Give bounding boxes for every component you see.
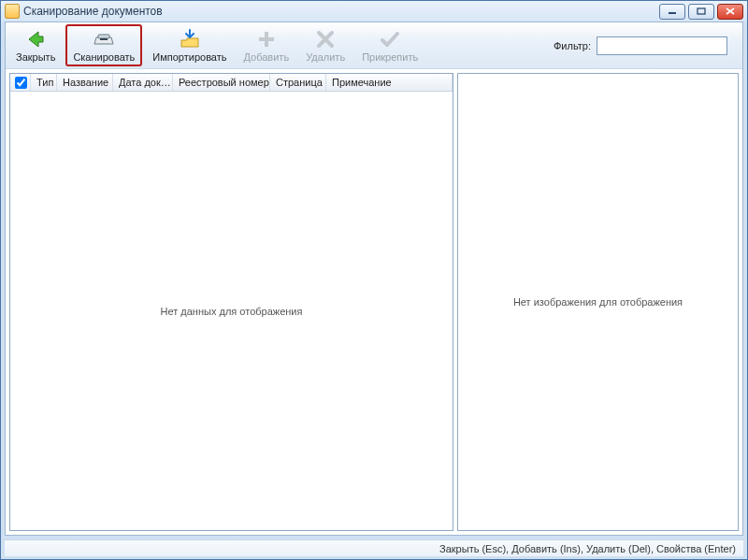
window-title: Сканирование документов (23, 5, 163, 18)
minimize-icon (668, 7, 677, 15)
header-checkbox[interactable] (15, 77, 27, 89)
column-headers: Тип Название Дата док… Реестровый номер … (10, 74, 453, 92)
check-icon (379, 28, 401, 50)
grid-empty-text: Нет данных для отображения (161, 306, 303, 317)
scan-button-label: Сканировать (73, 51, 135, 63)
status-text: Закрыть (Esc), Добавить (Ins), Удалить (… (439, 543, 736, 554)
status-bar: Закрыть (Esc), Добавить (Ins), Удалить (… (5, 539, 743, 556)
import-button[interactable]: Импортировать (146, 24, 233, 66)
close-button[interactable]: Закрыть (9, 24, 62, 66)
column-type[interactable]: Тип (31, 74, 57, 91)
filter-group: Фильтр: (554, 24, 739, 66)
import-button-label: Импортировать (152, 51, 226, 63)
filter-input[interactable] (597, 36, 727, 55)
grid-pane: Тип Название Дата док… Реестровый номер … (9, 73, 453, 531)
column-reg-number[interactable]: Реестровый номер (173, 74, 270, 91)
column-doc-date[interactable]: Дата док… (113, 74, 173, 91)
add-button-label: Добавить (244, 51, 290, 63)
svg-rect-1 (698, 8, 705, 14)
filter-label: Фильтр: (554, 40, 591, 51)
add-button[interactable]: Добавить (237, 24, 296, 66)
attach-button-label: Прикрепить (362, 51, 418, 63)
column-note[interactable]: Примечание (326, 74, 453, 91)
window-frame: Сканирование документов Закрыть (0, 0, 748, 560)
svg-rect-5 (100, 38, 108, 40)
preview-empty-text: Нет изображения для отображения (513, 296, 683, 308)
column-check[interactable] (10, 74, 31, 91)
column-name[interactable]: Название (57, 74, 113, 91)
maximize-button[interactable] (688, 4, 714, 20)
delete-button[interactable]: Удалить (299, 24, 352, 66)
grid-empty: Нет данных для отображения (10, 92, 453, 530)
preview-pane: Нет изображения для отображения (457, 73, 739, 531)
app-icon (5, 4, 20, 19)
toolbar: Закрыть Сканировать (6, 22, 742, 69)
scan-button[interactable]: Сканировать (65, 24, 142, 66)
import-icon (179, 28, 201, 50)
scanner-icon (93, 28, 115, 50)
maximize-icon (697, 7, 706, 15)
close-window-button[interactable] (717, 4, 743, 20)
arrow-left-icon (24, 28, 47, 50)
client-area: Закрыть Сканировать (5, 22, 743, 536)
column-page[interactable]: Страница (270, 74, 326, 91)
x-icon (314, 28, 337, 50)
delete-button-label: Удалить (306, 51, 345, 63)
title-bar: Сканирование документов (1, 1, 747, 22)
close-icon (726, 7, 735, 15)
svg-rect-4 (98, 35, 109, 38)
close-button-label: Закрыть (16, 51, 55, 63)
plus-icon (255, 28, 278, 50)
minimize-button[interactable] (659, 4, 685, 20)
main-body: Тип Название Дата док… Реестровый номер … (6, 69, 742, 535)
attach-button[interactable]: Прикрепить (355, 24, 424, 66)
